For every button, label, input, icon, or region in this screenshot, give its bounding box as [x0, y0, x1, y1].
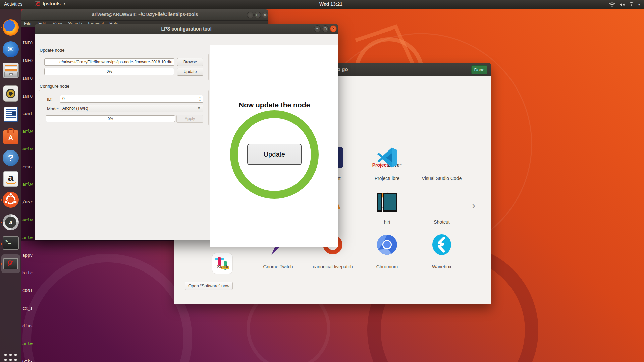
lps-maximize-button[interactable]: ▢ [322, 25, 329, 32]
chromium-icon[interactable] [377, 234, 398, 256]
running-indicator [1, 199, 2, 201]
dock: ✉ A̲ ? a [0, 9, 21, 362]
mode-label: Mode: [47, 106, 59, 111]
app-label[interactable]: Visual Studio Code [415, 176, 469, 181]
software-bag-icon: A̲ [3, 130, 18, 144]
app-label[interactable]: Gnome Twitch [251, 264, 305, 269]
lps-instruction-panel: Now update the node Update [210, 45, 338, 247]
shotcut-icon[interactable] [376, 193, 398, 212]
vscode-icon[interactable] [376, 147, 398, 168]
dock-item-ubuntu-logo[interactable] [3, 192, 19, 208]
wavebox-icon[interactable] [432, 234, 453, 255]
terminal-titlebar[interactable]: arlwest@ARLWEST: ~/CrazyFlie/Client/lps-… [21, 9, 268, 21]
big-update-button[interactable]: Update [247, 144, 302, 165]
updater-arrows-icon: A̲ [3, 214, 19, 230]
browse-button[interactable]: Browse [177, 58, 203, 66]
lps-configuration-dialog: LPS configuration tool − ▢ ✕ Update node… [35, 24, 338, 240]
running-indicator [1, 27, 2, 28]
dock-item-file-cabinet[interactable] [3, 63, 19, 79]
dock-item-terminal[interactable]: >_ [3, 236, 19, 250]
speaker-icon [3, 85, 18, 102]
firefox-icon [3, 19, 19, 36]
app-label[interactable]: ProjectLibre [360, 176, 414, 181]
lps-body: Update node e/arlwest/CrazyFlie/firmware… [35, 34, 338, 240]
instruction-heading: Now update the node [210, 101, 338, 109]
caret-down-icon: ▼ [63, 2, 66, 5]
lps-title: LPS configuration tool [35, 26, 338, 32]
activities-button[interactable]: Activities [4, 1, 22, 7]
amazon-icon: a [3, 171, 18, 187]
lps-minimize-button[interactable]: − [314, 25, 321, 32]
lps-close-button[interactable]: ✕ [330, 25, 337, 32]
update-progress-bar: 0% [44, 68, 174, 75]
spin-arrows-icon[interactable]: ▲▼ [197, 96, 203, 103]
app-menu[interactable]: lpstools ▼ [35, 1, 66, 6]
terminal-minimize-button[interactable]: − [247, 12, 254, 18]
clock[interactable]: Wed 13:21 [319, 1, 342, 7]
app-label[interactable]: canonical-livepatch [306, 264, 360, 269]
app-label[interactable]: hiri [360, 219, 414, 225]
system-tray[interactable]: ▼ [609, 0, 641, 9]
slack-icon[interactable] [212, 253, 233, 274]
dock-item-thunderbird[interactable]: ✉ [3, 41, 19, 57]
update-node-frame [39, 54, 209, 80]
terminal-title: arlwest@ARLWEST: ~/CrazyFlie/Client/lps-… [21, 12, 268, 17]
ubuntu-logo-icon [3, 192, 19, 208]
chevron-right-icon[interactable]: › [472, 200, 475, 211]
app-label[interactable]: Chromium [360, 264, 414, 269]
software-header-text: o go [337, 66, 348, 72]
terminal-close-button[interactable]: ✕ [262, 12, 268, 18]
lpstools-icon [3, 258, 18, 269]
file-cabinet-icon [3, 63, 19, 78]
writer-document-icon [4, 107, 18, 122]
configure-node-section-label: Configure node [40, 84, 69, 89]
dock-item-help[interactable]: ? [3, 150, 19, 166]
thunderbird-icon: ✉ [3, 41, 19, 57]
terminal-prompt-icon: >_ [3, 236, 19, 250]
running-indicator [1, 222, 2, 223]
id-label: ID: [47, 97, 53, 102]
wifi-icon [609, 2, 615, 7]
dock-item-rhythmbox[interactable] [3, 85, 19, 102]
volume-icon [620, 2, 625, 7]
lpstools-mini-icon [35, 1, 40, 6]
dock-item-ubuntu-software[interactable]: A̲ [3, 128, 19, 144]
update-button[interactable]: Update [177, 68, 203, 76]
apply-button[interactable]: Apply [176, 115, 203, 123]
update-node-section-label: Update node [40, 48, 64, 53]
lps-titlebar[interactable]: LPS configuration tool − ▢ ✕ [35, 24, 338, 34]
combo-arrow-icon: ▼ [197, 106, 201, 110]
show-applications-button[interactable] [4, 354, 18, 362]
running-indicator [1, 263, 2, 265]
dock-item-firefox[interactable] [3, 19, 19, 36]
done-button[interactable]: Done [471, 65, 487, 74]
dock-item-software-updater[interactable]: A̲ [3, 214, 19, 230]
id-spinbox[interactable]: 0 ▲▼ [60, 95, 203, 103]
dock-item-lpstools[interactable] [3, 256, 19, 271]
app-label[interactable]: Slack [196, 264, 250, 269]
terminal-maximize-button[interactable]: ▢ [254, 12, 261, 18]
dock-item-libreoffice-writer[interactable] [3, 107, 19, 123]
running-indicator [1, 243, 2, 245]
firmware-path-input[interactable]: e/arlwest/CrazyFlie/firmware/lps/lps-nod… [44, 58, 174, 66]
app-label[interactable]: Wavebox [415, 264, 469, 269]
top-bar: Activities lpstools ▼ Wed 13:21 ▼ [0, 0, 644, 9]
configure-progress-bar: 0% [46, 115, 175, 122]
open-software-now-button[interactable]: Open “Software” now [185, 282, 233, 290]
menu-file[interactable]: File [24, 21, 31, 26]
caret-down-icon: ▼ [638, 3, 641, 6]
battery-charging-icon [630, 2, 633, 7]
mode-combobox[interactable]: Anchor (TWR) ▼ [60, 105, 203, 112]
help-question-icon: ? [3, 150, 19, 166]
dock-item-amazon[interactable]: a [3, 171, 19, 187]
app-label[interactable]: Shotcut [415, 219, 469, 225]
